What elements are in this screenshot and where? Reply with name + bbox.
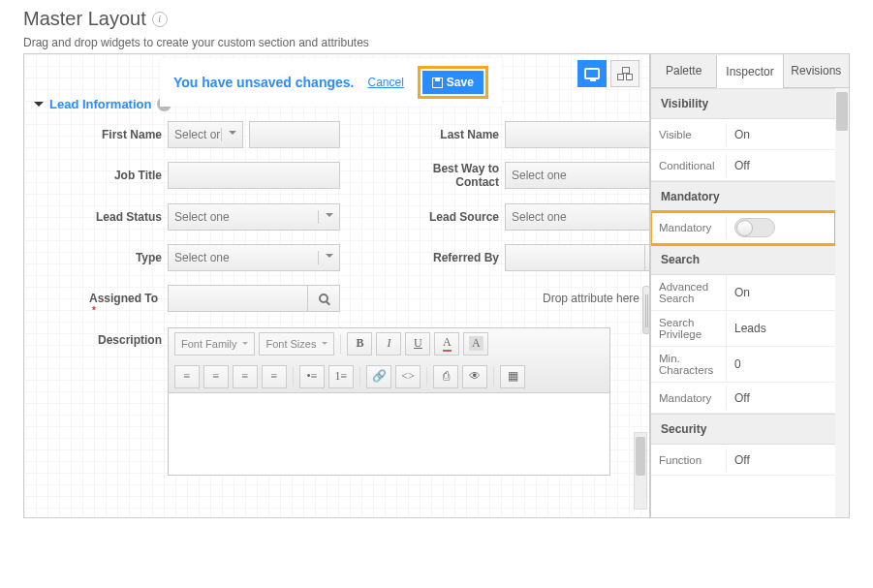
referred-by-lookup[interactable] xyxy=(505,244,650,271)
label-description: Description xyxy=(61,327,168,476)
label-last-name: Last Name xyxy=(398,128,505,141)
row-min-characters[interactable]: Min. Characters0 xyxy=(651,347,835,383)
floppy-icon xyxy=(432,77,443,88)
rte-font-sizes[interactable]: Font Sizes xyxy=(259,332,334,356)
label-lead-source: Lead Source xyxy=(398,210,505,224)
monitor-icon xyxy=(584,68,600,79)
lead-status-select[interactable]: Select one xyxy=(168,203,340,231)
label-job-title: Job Title xyxy=(61,169,168,182)
label-first-name: First Name xyxy=(61,128,168,141)
group-visibility: Visibility xyxy=(651,88,835,119)
rte-align-center[interactable]: ≡ xyxy=(203,365,229,388)
info-icon[interactable]: i xyxy=(152,12,168,27)
canvas-resize-handle[interactable] xyxy=(642,286,650,334)
rte-align-left[interactable]: ≡ xyxy=(174,365,200,388)
row-conditional[interactable]: ConditionalOff xyxy=(651,150,835,181)
last-name-input[interactable] xyxy=(505,121,650,148)
desktop-view-button[interactable] xyxy=(577,60,607,87)
best-way-select[interactable]: Select one xyxy=(505,162,650,189)
save-button[interactable]: Save xyxy=(422,71,483,94)
page-subtitle: Drag and drop widgets to create your cus… xyxy=(23,36,850,49)
tab-palette[interactable]: Palette xyxy=(650,54,716,87)
sitemap-icon xyxy=(617,67,633,80)
rich-text-editor[interactable]: Font Family Font Sizes B I U A A ≡ ≡ ≡ ≡ xyxy=(168,327,610,476)
rte-code[interactable]: <> xyxy=(395,365,421,388)
search-icon xyxy=(319,294,328,303)
rte-preview[interactable]: 👁 xyxy=(462,365,487,388)
rte-body[interactable] xyxy=(169,393,609,475)
first-name-input[interactable] xyxy=(249,121,340,148)
mandatory-toggle[interactable] xyxy=(734,218,775,237)
inspector-scrollbar[interactable] xyxy=(835,88,849,517)
section-title: Lead Information xyxy=(49,97,151,111)
unsaved-changes-bar: You have unsaved changes. Cancel Save xyxy=(160,58,502,107)
job-title-input[interactable] xyxy=(168,162,340,189)
rte-forecolor[interactable]: A xyxy=(434,332,459,356)
salutation-select[interactable]: Select or xyxy=(168,121,243,148)
save-label: Save xyxy=(447,76,474,89)
rte-link[interactable]: 🔗 xyxy=(366,365,391,388)
inspector-panel: Visibility VisibleOn ConditionalOff Mand… xyxy=(650,88,850,518)
rte-print[interactable]: ⎙ xyxy=(433,365,458,388)
chevron-down-icon xyxy=(34,102,44,107)
label-referred-by: Referred By xyxy=(398,251,505,264)
rte-bullet-list[interactable]: •≡ xyxy=(299,365,325,388)
group-search: Search xyxy=(651,244,835,275)
rte-font-family[interactable]: Font Family xyxy=(174,332,255,356)
tab-inspector[interactable]: Inspector xyxy=(716,55,782,88)
cancel-link[interactable]: Cancel xyxy=(367,76,403,89)
right-tabs: Palette Inspector Revisions xyxy=(650,53,850,88)
row-mandatory[interactable]: Mandatory xyxy=(651,212,835,244)
page-title: Master Layout xyxy=(23,8,146,30)
label-lead-status: Lead Status xyxy=(61,210,168,224)
group-security: Security xyxy=(651,414,835,445)
rte-align-right[interactable]: ≡ xyxy=(233,365,258,388)
rte-number-list[interactable]: 1≡ xyxy=(328,365,354,388)
assigned-to-lookup[interactable] xyxy=(168,285,340,312)
rte-backcolor[interactable]: A xyxy=(463,332,488,356)
label-best-way: Best Way to Contact xyxy=(398,162,505,190)
rte-italic[interactable]: I xyxy=(376,332,401,356)
row-search-mandatory[interactable]: MandatoryOff xyxy=(651,383,835,414)
unsaved-message: You have unsaved changes. xyxy=(173,75,354,90)
row-visible[interactable]: VisibleOn xyxy=(651,119,835,150)
rte-underline[interactable]: U xyxy=(405,332,430,356)
label-type: Type xyxy=(61,251,168,264)
rte-bold[interactable]: B xyxy=(347,332,372,356)
sitemap-view-button[interactable] xyxy=(610,60,639,87)
row-function[interactable]: FunctionOff xyxy=(651,445,835,476)
row-search-privilege[interactable]: Search PrivilegeLeads xyxy=(651,311,835,347)
group-mandatory: Mandatory xyxy=(651,181,835,212)
tab-revisions[interactable]: Revisions xyxy=(783,54,849,87)
lead-source-select[interactable]: Select one xyxy=(505,203,650,231)
type-select[interactable]: Select one xyxy=(168,244,340,271)
label-assigned-to: Assigned To xyxy=(61,292,168,305)
assigned-to-search-button[interactable] xyxy=(307,285,340,312)
row-advanced-search[interactable]: Advanced SearchOn xyxy=(651,275,835,311)
rte-table[interactable]: ▦ xyxy=(500,365,525,388)
layout-canvas: You have unsaved changes. Cancel Save Le… xyxy=(23,53,650,518)
rte-toolbar: Font Family Font Sizes B I U A A ≡ ≡ ≡ ≡ xyxy=(169,328,609,393)
drop-attribute-hint[interactable]: Drop attribute here xyxy=(505,292,650,305)
rte-align-justify[interactable]: ≡ xyxy=(262,365,287,388)
canvas-scrollbar[interactable] xyxy=(634,432,647,510)
